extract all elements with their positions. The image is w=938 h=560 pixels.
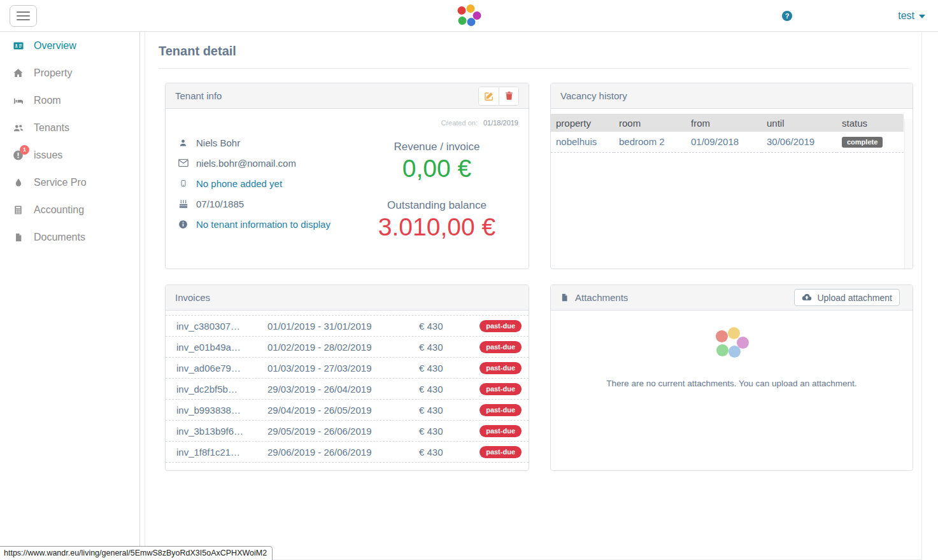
invoice-status-badge: past-due bbox=[480, 425, 522, 437]
droplet-icon bbox=[12, 177, 24, 188]
tenant-metrics: Revenue / invoice 0,00 € Outstanding bal… bbox=[344, 140, 529, 242]
table-row[interactable]: nobelhuis bedroom 2 01/09/2018 30/06/201… bbox=[551, 132, 904, 152]
invoices-card: Invoices inv_c380307… 01/01/2019 - 31/01… bbox=[165, 284, 529, 471]
invoice-amount: € 430 bbox=[419, 426, 480, 437]
invoice-period: 01/02/2019 - 28/02/2019 bbox=[267, 342, 419, 353]
vacancy-table-scrollbar[interactable] bbox=[904, 119, 913, 269]
sidebar-item-documents[interactable]: Documents bbox=[0, 223, 139, 251]
cloud-upload-icon bbox=[802, 293, 812, 302]
invoice-row[interactable]: inv_1f8f1c21… 29/06/2019 - 26/06/2019 € … bbox=[166, 442, 529, 463]
bed-icon bbox=[12, 95, 24, 106]
invoice-row[interactable]: inv_c380307… 01/01/2019 - 31/01/2019 € 4… bbox=[166, 316, 529, 337]
tenant-extra-info-row[interactable]: No tenant information to display bbox=[178, 217, 330, 231]
created-on-value: 01/18/2019 bbox=[483, 119, 518, 127]
document-icon bbox=[12, 232, 24, 243]
tenant-phone: No phone added yet bbox=[196, 178, 282, 189]
user-menu-label: test bbox=[898, 10, 914, 22]
chevron-down-icon bbox=[919, 15, 925, 18]
invoice-row[interactable]: inv_ad06e79… 01/03/2019 - 27/03/2019 € 4… bbox=[166, 358, 529, 379]
invoice-row[interactable]: inv_dc2bf5b… 29/03/2019 - 26/04/2019 € 4… bbox=[166, 379, 529, 400]
trash-icon bbox=[504, 91, 514, 101]
invoice-status-badge: past-due bbox=[480, 383, 522, 395]
invoice-id-link[interactable]: inv_b993838… bbox=[176, 405, 267, 416]
sidebar-item-service-pro[interactable]: Service Pro bbox=[0, 169, 139, 196]
balance-value: 3.010,00 € bbox=[344, 213, 529, 242]
tenant-info-card: Tenant info Created on:01/18/2019 bbox=[165, 83, 529, 269]
column-header-property: property bbox=[551, 114, 614, 132]
home-icon bbox=[12, 67, 24, 79]
invoice-status-badge: past-due bbox=[480, 446, 522, 458]
edit-tenant-button[interactable] bbox=[479, 87, 499, 105]
menu-toggle-button[interactable] bbox=[10, 5, 37, 27]
sidebar-item-overview[interactable]: Overview bbox=[0, 32, 139, 59]
sidebar-item-accounting[interactable]: Accounting bbox=[0, 196, 139, 223]
tenant-birthdate-row: 07/10/1885 bbox=[178, 197, 330, 211]
column-header-until: until bbox=[762, 114, 837, 132]
invoice-status-badge: past-due bbox=[480, 404, 522, 416]
attachments-empty-text: There are no current attachments. You ca… bbox=[551, 379, 913, 388]
attachments-card: Attachments Upload attachment There are … bbox=[550, 284, 913, 471]
invoice-status-badge: past-due bbox=[480, 341, 522, 353]
invoice-row[interactable]: inv_e01b49a… 01/02/2019 - 28/02/2019 € 4… bbox=[166, 337, 529, 358]
status-bar-url: https://www.wandr.eu/living/general/5Emw… bbox=[0, 546, 273, 560]
tenant-name: Niels Bohr bbox=[196, 137, 240, 148]
tenant-phone-row[interactable]: No phone added yet bbox=[178, 176, 330, 190]
sidebar-item-label: Room bbox=[34, 95, 61, 106]
invoice-list: inv_c380307… 01/01/2019 - 31/01/2019 € 4… bbox=[166, 315, 529, 463]
users-icon bbox=[12, 122, 24, 134]
issue-alert-icon: 1 bbox=[12, 150, 24, 161]
sidebar-item-label: issues bbox=[34, 150, 62, 161]
tenant-name-row: Niels Bohr bbox=[178, 136, 330, 150]
status-badge: complete bbox=[842, 137, 883, 148]
sidebar: Overview Property Room Tenants 1 issues … bbox=[0, 32, 140, 560]
delete-tenant-button[interactable] bbox=[499, 87, 518, 105]
envelope-icon bbox=[178, 158, 188, 167]
sidebar-item-label: Accounting bbox=[34, 204, 84, 216]
page-title: Tenant detail bbox=[159, 44, 909, 59]
column-header-room: room bbox=[614, 114, 686, 132]
sidebar-item-issues[interactable]: 1 issues bbox=[0, 141, 139, 169]
invoice-period: 01/03/2019 - 27/03/2019 bbox=[267, 363, 419, 374]
sidebar-item-tenants[interactable]: Tenants bbox=[0, 114, 139, 141]
sidebar-item-room[interactable]: Room bbox=[0, 87, 139, 114]
invoice-period: 29/05/2019 - 26/06/2019 bbox=[267, 426, 419, 437]
tenant-email-row: niels.bohr@nomail.com bbox=[178, 156, 330, 170]
invoice-period: 29/06/2019 - 26/06/2019 bbox=[267, 447, 419, 458]
user-icon bbox=[178, 138, 188, 148]
file-icon bbox=[560, 293, 569, 302]
revenue-value: 0,00 € bbox=[344, 154, 529, 183]
edit-icon bbox=[484, 91, 494, 101]
vacancy-room: bedroom 2 bbox=[614, 132, 686, 152]
invoice-id-link[interactable]: inv_dc2bf5b… bbox=[176, 384, 267, 395]
column-header-from: from bbox=[686, 114, 762, 132]
invoice-row[interactable]: inv_3b13b9f6… 29/05/2019 - 26/06/2019 € … bbox=[166, 421, 529, 442]
sidebar-item-label: Documents bbox=[34, 232, 85, 243]
invoice-id-link[interactable]: inv_ad06e79… bbox=[176, 363, 267, 374]
app-logo-icon bbox=[457, 4, 481, 28]
help-icon[interactable]: ? bbox=[782, 11, 792, 21]
invoice-id-link[interactable]: inv_3b13b9f6… bbox=[176, 426, 267, 437]
tenant-info-title: Tenant info bbox=[175, 90, 222, 101]
main-panel: Tenant detail Tenant info bbox=[145, 32, 922, 560]
tenant-email: niels.bohr@nomail.com bbox=[196, 158, 296, 169]
invoice-amount: € 430 bbox=[419, 447, 480, 458]
vacancy-history-card: Vacancy history property room from until… bbox=[550, 83, 913, 269]
vacancy-history-title: Vacancy history bbox=[560, 90, 627, 101]
sidebar-item-property[interactable]: Property bbox=[0, 59, 139, 87]
invoice-id-link[interactable]: inv_e01b49a… bbox=[176, 342, 267, 353]
invoice-status-badge: past-due bbox=[480, 362, 522, 374]
invoice-row[interactable]: inv_b993838… 29/04/2019 - 26/05/2019 € 4… bbox=[166, 400, 529, 421]
invoice-amount: € 430 bbox=[419, 405, 480, 416]
column-header-status: status bbox=[837, 114, 904, 132]
upload-attachment-label: Upload attachment bbox=[817, 293, 892, 303]
created-on: Created on:01/18/2019 bbox=[441, 119, 518, 127]
vacancy-from: 01/09/2018 bbox=[686, 132, 762, 152]
sidebar-item-label: Tenants bbox=[34, 122, 69, 134]
upload-attachment-button[interactable]: Upload attachment bbox=[794, 289, 900, 306]
invoice-period: 29/04/2019 - 26/05/2019 bbox=[267, 405, 419, 416]
invoice-id-link[interactable]: inv_1f8f1c21… bbox=[176, 447, 267, 458]
invoice-id-link[interactable]: inv_c380307… bbox=[176, 321, 267, 332]
revenue-label: Revenue / invoice bbox=[344, 140, 529, 154]
user-menu[interactable]: test bbox=[898, 0, 925, 32]
sidebar-item-label: Property bbox=[34, 67, 72, 79]
